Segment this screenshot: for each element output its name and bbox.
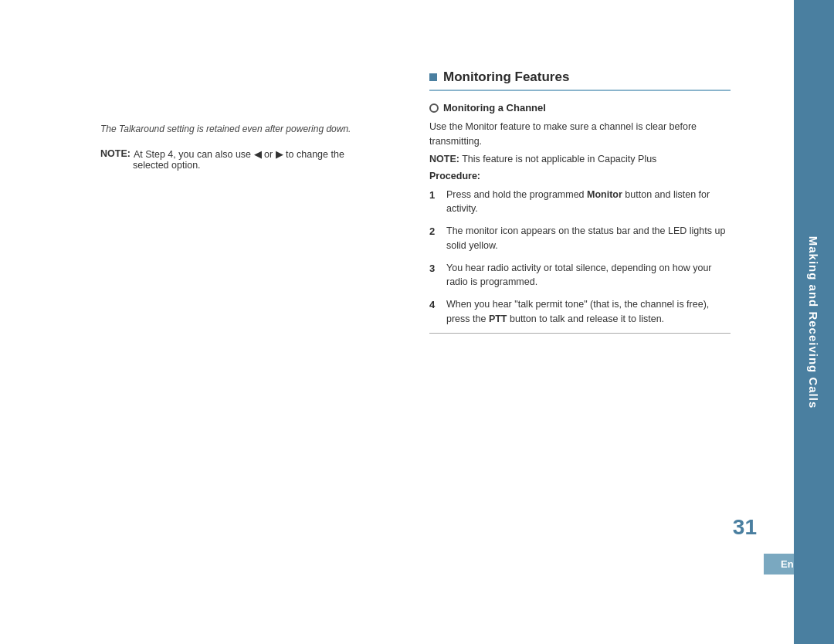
arrow-icons: ◀ or ▶ [254,149,283,160]
step-1-bold: Monitor [587,189,622,200]
page-container: The Talkaround setting is retained even … [0,0,834,644]
section-title: Monitoring Features [443,69,569,85]
step-4-content: When you hear "talk permit tone" (that i… [446,297,731,327]
note-inline-body: This feature is not applicable in Capaci… [462,154,656,164]
note-inline: NOTE: This feature is not applicable in … [429,154,731,164]
step-3: 3 You hear radio activity or total silen… [429,261,731,290]
side-tab: Making and Receiving Calls [794,0,834,644]
section-icon [429,73,437,81]
step-1: 1 Press and hold the programmed Monitor … [429,188,731,217]
section-header: Monitoring Features [429,69,731,91]
note-label: NOTE: [100,148,131,160]
talkaround-note: The Talkaround setting is retained even … [100,124,378,134]
procedure-label: Procedure: [429,171,731,181]
side-tab-text: Making and Receiving Calls [808,236,821,408]
note-indent: selected option. [133,160,378,171]
step-3-content: You hear radio activity or total silence… [446,261,731,290]
step-1-number: 1 [429,188,440,217]
step-2: 2 The monitor icon appears on the status… [429,224,731,253]
step-4-number: 4 [429,297,440,327]
step-3-number: 3 [429,261,440,290]
steps-list: 1 Press and hold the programmed Monitor … [429,188,731,334]
left-column: The Talkaround setting is retained even … [100,124,378,171]
note-step-text: At Step 4, you can also use ◀ or ▶ to ch… [134,148,344,160]
right-column: Monitoring Features Monitoring a Channel… [429,69,731,341]
page-number: 31 [733,515,757,540]
subsection-header: Monitoring a Channel [429,102,731,114]
intro-text: Use the Monitor feature to make sure a c… [429,120,731,149]
step-4-bold: PTT [489,314,507,324]
subsection-title: Monitoring a Channel [443,102,546,114]
step-2-number: 2 [429,224,440,253]
step-2-content: The monitor icon appears on the status b… [446,224,731,253]
step-4: 4 When you hear "talk permit tone" (that… [429,297,731,334]
note-inline-label: NOTE: [429,154,459,164]
note-block: NOTE: At Step 4, you can also use ◀ or ▶… [100,148,378,160]
step-1-content: Press and hold the programmed Monitor bu… [446,188,731,217]
subsection-icon [429,103,439,113]
